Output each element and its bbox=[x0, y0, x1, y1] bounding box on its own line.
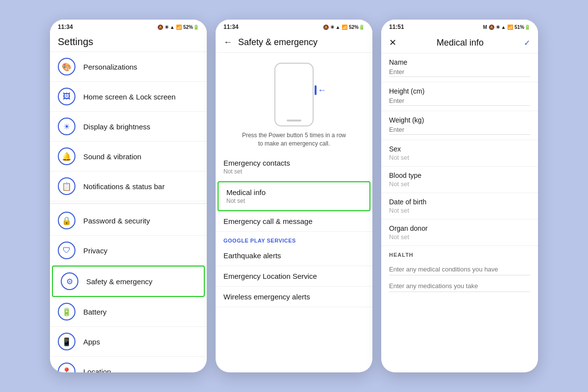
dob-label: Date of birth bbox=[389, 198, 530, 206]
medical-content: ✕ Medical info ✓ Name Height (cm) Weight… bbox=[381, 32, 538, 372]
organ-donor-value: Not set bbox=[389, 233, 530, 241]
back-arrow[interactable]: ← bbox=[223, 37, 232, 48]
dob-value: Not set bbox=[389, 207, 530, 214]
personalizations-label: Personalizations bbox=[83, 63, 137, 71]
time-2: 11:34 bbox=[223, 24, 239, 30]
name-field[interactable]: Name bbox=[381, 53, 538, 82]
password-label: Password & security bbox=[83, 217, 150, 225]
arrow-indicator: ← bbox=[318, 85, 326, 96]
medications-input[interactable] bbox=[389, 280, 530, 292]
settings-panel: 11:34 🔕 ✳ ▲ 📶 52%🔋 Settings 🎨 Personaliz… bbox=[50, 20, 207, 372]
weight-input[interactable] bbox=[389, 125, 530, 135]
health-section-label: HEALTH bbox=[381, 246, 538, 260]
sidebar-item-battery[interactable]: 🔋 Battery bbox=[50, 297, 207, 327]
google-services-label: GOOGLE PLAY SERVICES bbox=[216, 232, 372, 245]
divider-1 bbox=[50, 203, 207, 204]
emergency-contacts-item[interactable]: Emergency contacts Not set bbox=[216, 153, 372, 181]
status-bar-1: 11:34 🔕 ✳ ▲ 📶 52%🔋 bbox=[50, 20, 207, 32]
sidebar-item-password[interactable]: 🔒 Password & security bbox=[50, 206, 207, 236]
status-bar-3: 11:51 M 🔕 ✳ ▲ 📶 51%🔋 bbox=[381, 20, 538, 32]
password-icon: 🔒 bbox=[58, 212, 75, 229]
height-label: Height (cm) bbox=[389, 87, 530, 95]
time-1: 11:34 bbox=[58, 24, 73, 30]
sos-illustration: ← Press the Power button 5 times in a ro… bbox=[216, 53, 372, 153]
wireless-emergency-title: Wireless emergency alerts bbox=[223, 293, 365, 301]
sidebar-item-homescreen[interactable]: 🖼 Home screen & Lock screen bbox=[50, 82, 207, 112]
weight-field[interactable]: Weight (kg) bbox=[381, 111, 538, 140]
apps-label: Apps bbox=[83, 338, 100, 346]
sidebar-item-privacy[interactable]: 🛡 Privacy bbox=[50, 236, 207, 266]
earthquake-alerts-item[interactable]: Earthquake alerts bbox=[216, 245, 372, 266]
homescreen-label: Home screen & Lock screen bbox=[83, 93, 175, 101]
dob-field[interactable]: Date of birth Not set bbox=[381, 193, 538, 220]
sidebar-item-display[interactable]: ☀ Display & brightness bbox=[50, 112, 207, 142]
sidebar-item-location[interactable]: 📍 Location bbox=[50, 357, 207, 372]
sidebar-item-notifications[interactable]: 📋 Notifications & status bar bbox=[50, 172, 207, 201]
medical-fields: Name Height (cm) Weight (kg) Sex Not set… bbox=[381, 53, 538, 372]
signal-icons-1: 🔕 ✳ ▲ 📶 52%🔋 bbox=[157, 24, 199, 30]
sidebar-item-personalizations[interactable]: 🎨 Personalizations bbox=[50, 52, 207, 82]
signal-icons-2: 🔕 ✳ ▲ 📶 52%🔋 bbox=[323, 24, 365, 30]
settings-content: Settings 🎨 Personalizations 🖼 Home scree… bbox=[50, 32, 207, 372]
status-bar-2: 11:34 🔕 ✳ ▲ 📶 52%🔋 bbox=[216, 20, 372, 32]
wireless-emergency-item[interactable]: Wireless emergency alerts bbox=[216, 287, 372, 307]
apps-icon: 📱 bbox=[58, 333, 75, 350]
sex-value: Not set bbox=[389, 154, 530, 161]
settings-list: 🎨 Personalizations 🖼 Home screen & Lock … bbox=[50, 52, 207, 372]
blood-type-field[interactable]: Blood type Not set bbox=[381, 167, 538, 193]
safety-panel: 11:34 🔕 ✳ ▲ 📶 52%🔋 ← Safety & emergency … bbox=[216, 20, 372, 372]
sound-label: Sound & vibration bbox=[83, 152, 141, 161]
height-field[interactable]: Height (cm) bbox=[381, 82, 538, 111]
status-icons-1: 🔕 ✳ ▲ 📶 52%🔋 bbox=[157, 24, 199, 30]
battery-icon: 🔋 bbox=[58, 303, 75, 320]
sidebar-item-sound[interactable]: 🔔 Sound & vibration bbox=[50, 142, 207, 172]
medical-info-sub: Not set bbox=[226, 197, 362, 204]
emergency-location-item[interactable]: Emergency Location Service bbox=[216, 266, 372, 287]
medical-panel: 11:51 M 🔕 ✳ ▲ 📶 51%🔋 ✕ Medical info ✓ Na… bbox=[381, 20, 538, 372]
safety-header: ← Safety & emergency bbox=[216, 32, 372, 53]
sos-caption: Press the Power button 5 times in a row … bbox=[240, 131, 348, 148]
earthquake-title: Earthquake alerts bbox=[223, 251, 365, 260]
status-icons-2: 🔕 ✳ ▲ 📶 52%🔋 bbox=[323, 24, 365, 30]
sidebar-item-safety[interactable]: ⚙ Safety & emergency bbox=[52, 266, 205, 297]
display-label: Display & brightness bbox=[83, 122, 150, 131]
personalizations-icon: 🎨 bbox=[58, 58, 75, 75]
signal-icons-3: M 🔕 ✳ ▲ 📶 51%🔋 bbox=[483, 24, 530, 30]
organ-donor-label: Organ donor bbox=[389, 224, 530, 232]
status-icons-3: M 🔕 ✳ ▲ 📶 51%🔋 bbox=[483, 24, 530, 30]
safety-label: Safety & emergency bbox=[86, 277, 152, 286]
safety-title: Safety & emergency bbox=[238, 37, 318, 48]
emergency-call-item[interactable]: Emergency call & message bbox=[216, 211, 372, 232]
organ-donor-field[interactable]: Organ donor Not set bbox=[381, 220, 538, 246]
battery-label: Battery bbox=[83, 308, 107, 316]
height-input[interactable] bbox=[389, 96, 530, 106]
emergency-call-title: Emergency call & message bbox=[223, 217, 365, 225]
safety-menu: Emergency contacts Not set Medical info … bbox=[216, 153, 372, 372]
medical-info-item[interactable]: Medical info Not set bbox=[218, 181, 370, 211]
notifications-label: Notifications & status bar bbox=[83, 182, 165, 191]
medical-header: ✕ Medical info ✓ bbox=[381, 32, 538, 53]
time-3: 11:51 bbox=[389, 24, 404, 30]
safety-icon: ⚙ bbox=[61, 272, 78, 290]
emergency-location-title: Emergency Location Service bbox=[223, 272, 365, 280]
sex-field[interactable]: Sex Not set bbox=[381, 140, 538, 167]
display-icon: ☀ bbox=[58, 118, 75, 135]
name-input[interactable] bbox=[389, 67, 530, 77]
name-label: Name bbox=[389, 58, 530, 66]
power-button bbox=[315, 85, 317, 95]
notifications-icon: 📋 bbox=[58, 177, 75, 195]
health-conditions-area bbox=[381, 260, 538, 299]
privacy-icon: 🛡 bbox=[58, 242, 75, 259]
emergency-contacts-title: Emergency contacts bbox=[223, 159, 365, 167]
homescreen-icon: 🖼 bbox=[58, 88, 75, 105]
privacy-label: Privacy bbox=[83, 246, 107, 255]
blood-type-label: Blood type bbox=[389, 172, 530, 179]
check-icon[interactable]: ✓ bbox=[524, 38, 530, 48]
medical-info-title: Medical info bbox=[226, 188, 362, 196]
safety-content: ← Safety & emergency ← Press the Power b… bbox=[216, 32, 372, 372]
weight-label: Weight (kg) bbox=[389, 116, 530, 124]
sidebar-item-apps[interactable]: 📱 Apps bbox=[50, 327, 207, 357]
close-icon[interactable]: ✕ bbox=[389, 37, 396, 48]
sound-icon: 🔔 bbox=[58, 147, 75, 165]
conditions-input[interactable] bbox=[389, 264, 530, 275]
